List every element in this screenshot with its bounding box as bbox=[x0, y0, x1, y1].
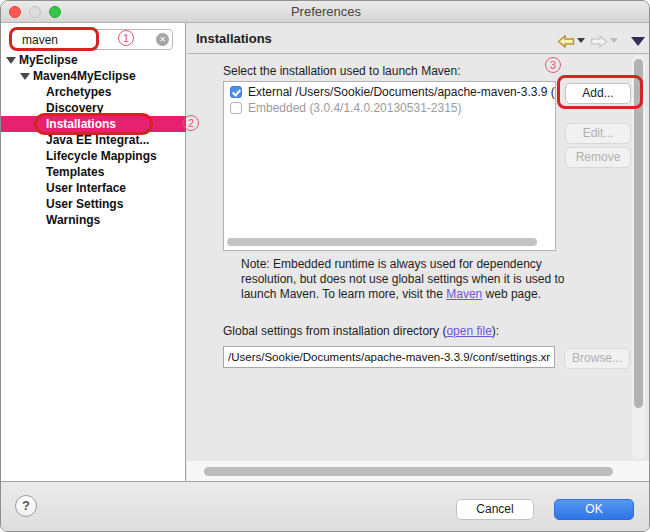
remove-button[interactable]: Remove bbox=[565, 147, 631, 168]
disclosure-triangle-icon[interactable] bbox=[20, 73, 30, 80]
annotation-number-3: 3 bbox=[545, 57, 561, 73]
sidebar-item-user-interface[interactable]: User Interface bbox=[1, 180, 186, 196]
installations-list: External /Users/Sookie/Documents/apache-… bbox=[223, 81, 556, 251]
settings-path-field[interactable] bbox=[223, 346, 555, 368]
panel-vertical-scrollbar[interactable] bbox=[632, 55, 645, 459]
maven-link[interactable]: Maven bbox=[446, 287, 482, 301]
panel-horizontal-scrollbar[interactable] bbox=[187, 461, 650, 481]
annotation-box-add bbox=[557, 75, 643, 109]
sidebar-item-templates[interactable]: Templates bbox=[1, 164, 186, 180]
vertical-scrollbar-thumb[interactable] bbox=[634, 59, 643, 408]
page-title: Installations bbox=[196, 31, 272, 46]
sidebar-item-maven4myeclipse[interactable]: Maven4MyEclipse bbox=[1, 68, 186, 84]
forward-arrow-icon[interactable] bbox=[590, 35, 608, 48]
open-file-link[interactable]: open file bbox=[446, 324, 491, 338]
annotation-box-search bbox=[9, 27, 99, 51]
footer-bar: ? Cancel OK bbox=[1, 481, 650, 532]
disclosure-triangle-icon[interactable] bbox=[6, 57, 16, 64]
cancel-button[interactable]: Cancel bbox=[456, 499, 534, 520]
back-history-dropdown-icon[interactable] bbox=[577, 38, 585, 43]
title-bar: Preferences bbox=[1, 1, 650, 23]
browse-button[interactable]: Browse... bbox=[564, 348, 630, 369]
clear-search-icon[interactable]: ✕ bbox=[156, 33, 169, 46]
horizontal-scrollbar-thumb[interactable] bbox=[204, 467, 613, 476]
help-button[interactable]: ? bbox=[15, 495, 37, 517]
global-settings-label: Global settings from installation direct… bbox=[223, 324, 499, 338]
installation-row-external[interactable]: External /Users/Sookie/Documents/apache-… bbox=[224, 84, 555, 100]
sidebar-item-lifecycle-mappings[interactable]: Lifecycle Mappings bbox=[1, 148, 186, 164]
sidebar-item-user-settings[interactable]: User Settings bbox=[1, 196, 186, 212]
forward-history-dropdown-icon[interactable] bbox=[610, 38, 618, 43]
annotation-box-installations bbox=[34, 113, 153, 135]
sidebar-item-warnings[interactable]: Warnings bbox=[1, 212, 186, 228]
window-title: Preferences bbox=[1, 4, 650, 19]
checkbox-unchecked-icon[interactable] bbox=[230, 102, 242, 114]
edit-button[interactable]: Edit... bbox=[565, 123, 631, 144]
annotation-number-1: 1 bbox=[118, 30, 134, 46]
back-arrow-icon[interactable] bbox=[557, 35, 575, 48]
checkbox-checked-icon[interactable] bbox=[230, 86, 242, 98]
view-menu-icon[interactable] bbox=[631, 37, 645, 46]
sidebar-item-archetypes[interactable]: Archetypes bbox=[1, 84, 186, 100]
installation-row-embedded[interactable]: Embedded (3.0.4/1.4.0.20130531-2315) bbox=[224, 100, 555, 116]
header-toolbar bbox=[557, 32, 645, 48]
list-horizontal-scrollbar[interactable] bbox=[227, 238, 537, 246]
embedded-runtime-note: Note: Embedded runtime is always used fo… bbox=[241, 257, 581, 302]
ok-button[interactable]: OK bbox=[554, 499, 634, 520]
select-installation-label: Select the installation used to launch M… bbox=[223, 64, 460, 78]
annotation-number-2: 2 bbox=[183, 115, 199, 131]
sidebar: ✕ MyEclipse Maven4MyEclipse Archetypes D… bbox=[1, 23, 186, 481]
header-separator bbox=[187, 53, 650, 54]
sidebar-item-myeclipse[interactable]: MyEclipse bbox=[1, 52, 186, 68]
preferences-window: Preferences ✕ MyEclipse Maven4MyEclipse … bbox=[0, 0, 650, 532]
